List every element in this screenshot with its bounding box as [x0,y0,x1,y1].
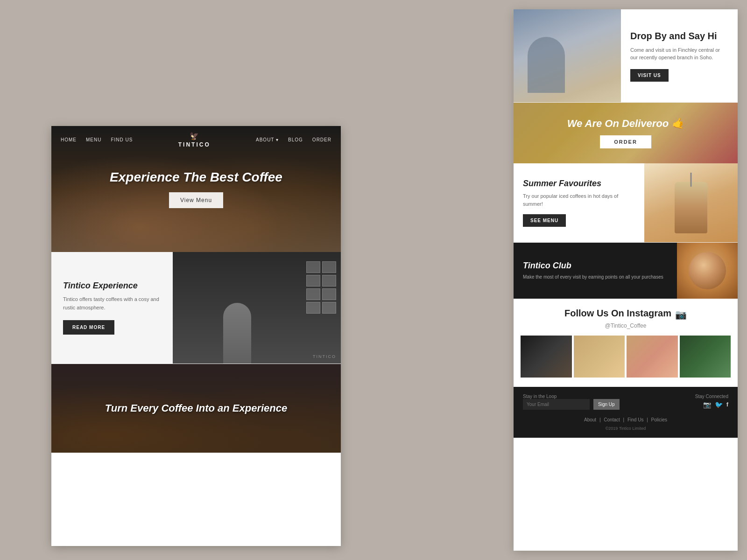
nav-left: HOME MENU FIND US [61,137,133,142]
gallery-frame-7 [306,302,320,314]
experience-description: Tintico offers tasty coffees with a cosy… [63,295,161,312]
club-description: Make the most of every visit by earning … [523,273,668,280]
drop-by-content: Drop By and Say Hi Come and visit us in … [621,9,738,102]
turn-title: Turn Every Coffee Into an Experience [105,402,287,414]
gallery-frame-3 [306,275,320,287]
footer-link-policies[interactable]: Policies [651,417,667,422]
nav-home[interactable]: HOME [61,137,77,142]
instagram-post-4[interactable] [680,336,731,378]
drop-by-section: Drop By and Say Hi Come and visit us in … [514,9,738,103]
summer-image [644,163,738,242]
nav-about[interactable]: ABOUT ▾ [256,137,279,142]
instagram-grid [521,336,731,378]
deliveroo-section: We Are On Deliveroo 🤙 ORDER [514,103,738,163]
footer-instagram-icon[interactable]: 📷 [703,401,711,408]
coffee-cup-illustration [689,252,726,289]
summer-description: Try our popular iced coffees in hot days… [523,192,635,208]
instagram-post-2[interactable] [574,336,625,378]
nav-menu[interactable]: MENU [86,137,101,142]
instagram-post-3[interactable] [627,336,678,378]
drop-by-image-inner [514,9,621,102]
experience-section: Tintico Experience Tintico offers tasty … [51,252,341,364]
instagram-post-1[interactable] [521,336,572,378]
footer-link-find-us[interactable]: Find Us [627,417,643,422]
footer-link-contact[interactable]: Contact [604,417,620,422]
gallery-frame-8 [322,302,336,314]
instagram-icon: 📷 [675,309,687,320]
hero-title: Experience The Best Coffee [110,170,282,185]
nav-right: ABOUT ▾ BLOG ORDER [256,137,331,142]
instagram-title: Follow Us On Instagram [564,308,671,319]
iced-coffee-illustration [675,182,707,233]
footer-loop-form: Sign Up [523,399,620,410]
main-card: HOME MENU FIND US 🦅 TINTICO ABOUT ▾ BLOG… [51,126,341,546]
nav-blog[interactable]: BLOG [288,137,303,142]
gallery-frame-2 [322,261,336,273]
experience-logo-watermark: TINTICO [313,354,336,359]
deliveroo-content: We Are On Deliveroo 🤙 ORDER [567,118,684,148]
footer-copyright: ©2019 Tintico Limited [523,426,728,431]
hero-section: HOME MENU FIND US 🦅 TINTICO ABOUT ▾ BLOG… [51,126,341,252]
gallery-frame-4 [322,275,336,287]
experience-content: Tintico Experience Tintico offers tasty … [51,252,173,364]
navigation-bar: HOME MENU FIND US 🦅 TINTICO ABOUT ▾ BLOG… [51,126,341,154]
visit-us-button[interactable]: VISIT US [630,69,669,82]
gallery-wall: TINTICO [173,252,341,364]
nav-logo[interactable]: 🦅 TINTICO [178,132,211,148]
order-button[interactable]: ORDER [600,135,651,148]
footer-signup-button[interactable]: Sign Up [593,399,620,410]
experience-title: Tintico Experience [63,281,161,291]
right-panel: Drop By and Say Hi Come and visit us in … [514,9,738,551]
gallery-frame-6 [322,288,336,300]
footer-social-icons: 📷 🐦 f [695,401,728,408]
gallery-frame-5 [306,288,320,300]
drop-by-description: Come and visit us in Finchley central or… [630,46,728,62]
summer-title: Summer Favourites [523,179,635,189]
deliveroo-title: We Are On Deliveroo 🤙 [567,118,684,130]
club-section: Tintico Club Make the most of every visi… [514,243,738,299]
footer-stay-connected-label: Stay Connected [695,394,728,399]
club-image [677,243,738,299]
summer-section: Summer Favourites Try our popular iced c… [514,163,738,243]
view-menu-button[interactable]: View Menu [169,192,223,208]
summer-content: Summer Favourites Try our popular iced c… [514,163,644,242]
footer-email-input[interactable] [523,399,590,410]
club-title: Tintico Club [523,261,668,271]
drop-by-title: Drop By and Say Hi [630,30,728,42]
gallery-frame-1 [306,261,320,273]
logo-text: TINTICO [178,141,211,148]
read-more-button[interactable]: READ MORE [63,320,114,335]
person-figure [223,303,251,364]
footer-facebook-icon[interactable]: f [726,401,728,408]
instagram-section: Follow Us On Instagram 📷 @Tintico_Coffee [514,299,738,387]
footer-section: Stay in the Loop Sign Up Stay Connected … [514,387,738,438]
footer-loop-label: Stay in the Loop [523,394,620,399]
logo-icon: 🦅 [190,132,199,140]
instagram-handle: @Tintico_Coffee [521,322,731,329]
club-content: Tintico Club Make the most of every visi… [514,252,677,290]
see-menu-button[interactable]: SEE MENU [523,214,566,227]
experience-image: TINTICO [173,252,341,364]
turn-section: Turn Every Coffee Into an Experience [51,364,341,453]
footer-links: About | Contact | Find Us | Policies [523,417,728,422]
nav-find-us[interactable]: FIND US [111,137,133,142]
nav-order[interactable]: ORDER [312,137,331,142]
drop-by-image [514,9,621,102]
hero-content: Experience The Best Coffee View Menu [110,170,282,208]
gallery-frames [306,261,336,314]
person-silhouette [528,37,565,93]
footer-twitter-icon[interactable]: 🐦 [715,401,723,408]
footer-link-about[interactable]: About [584,417,596,422]
